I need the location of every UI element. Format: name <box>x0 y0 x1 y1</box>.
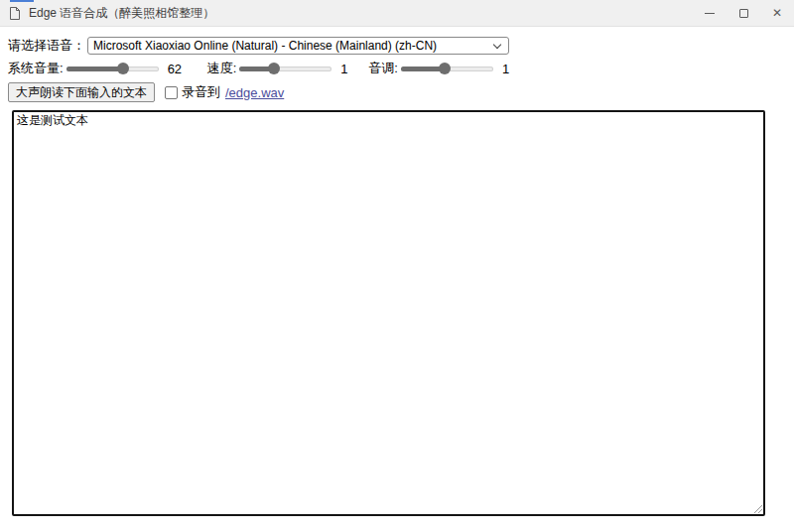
window-title: Edge 语音合成（醉美照相馆整理） <box>29 5 214 22</box>
volume-value: 62 <box>168 62 186 76</box>
rate-slider[interactable] <box>239 61 331 76</box>
slider-thumb[interactable] <box>439 63 451 74</box>
pitch-value: 1 <box>502 62 520 76</box>
maximize-icon <box>739 9 748 18</box>
speak-button[interactable]: 大声朗读下面输入的文本 <box>8 82 155 102</box>
volume-slider-group: 系统音量: 62 <box>8 60 186 77</box>
volume-slider-label: 系统音量: <box>8 60 64 77</box>
sliders-row: 系统音量: 62 速度: 1 音调: 1 <box>8 61 794 76</box>
close-button[interactable]: ✕ <box>760 0 794 26</box>
slider-thumb[interactable] <box>117 63 129 74</box>
voice-row: 请选择语音： Microsoft Xiaoxiao Online (Natura… <box>8 37 794 55</box>
record-file-link[interactable]: /edge.wav <box>225 85 284 100</box>
record-checkbox[interactable] <box>165 86 178 99</box>
editor-wrap: 这是测试文本 <box>12 110 765 516</box>
minimize-button[interactable] <box>693 0 727 26</box>
title-bar: Edge 语音合成（醉美照相馆整理） ✕ <box>0 0 794 27</box>
pitch-slider[interactable] <box>401 61 493 76</box>
text-input[interactable]: 这是测试文本 <box>12 110 765 516</box>
chevron-down-icon <box>493 41 501 49</box>
pitch-slider-group: 音调: 1 <box>368 60 520 77</box>
rate-slider-label: 速度: <box>207 60 237 77</box>
minimize-icon <box>705 13 715 14</box>
voice-select-label: 请选择语音： <box>8 37 85 55</box>
window-controls: ✕ <box>693 0 794 26</box>
voice-select-value: Microsoft Xiaoxiao Online (Natural) - Ch… <box>93 39 437 53</box>
record-label: 录音到 <box>182 83 220 101</box>
document-icon <box>9 6 21 21</box>
rate-slider-group: 速度: 1 <box>207 60 359 77</box>
slider-fill <box>66 66 124 71</box>
voice-select[interactable]: Microsoft Xiaoxiao Online (Natural) - Ch… <box>87 37 509 55</box>
maximize-button[interactable] <box>727 0 760 26</box>
close-icon: ✕ <box>772 7 782 19</box>
pitch-slider-label: 音调: <box>368 60 398 77</box>
actions-row: 大声朗读下面输入的文本 录音到 /edge.wav <box>8 82 794 102</box>
main-content: 请选择语音： Microsoft Xiaoxiao Online (Natura… <box>0 27 794 516</box>
volume-slider[interactable] <box>66 61 159 76</box>
slider-thumb[interactable] <box>268 63 280 74</box>
background-artifact <box>10 0 34 2</box>
rate-value: 1 <box>340 62 358 76</box>
